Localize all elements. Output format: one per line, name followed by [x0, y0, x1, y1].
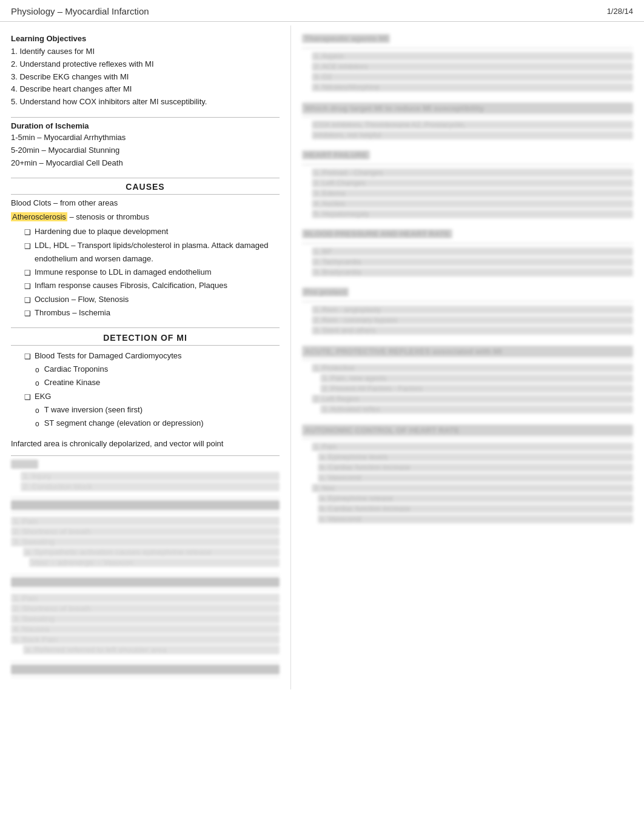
right-item-3-4: 4. Ascites: [312, 200, 633, 208]
blurred-heart-heading: HEART MI: [11, 577, 280, 587]
right-item-4-2: 2. Tachycardia: [312, 258, 633, 266]
blurred-heart-2: 2. Shortness of breath: [11, 604, 280, 613]
lo-item-4: 4. Describe heart changes after MI: [11, 83, 280, 96]
right-item-1-4: 4. Nitrates/Morphine: [312, 83, 633, 92]
blurred-away-heading: AWAY: [11, 460, 38, 469]
right-item-7-0: 1. Pain: [312, 443, 633, 451]
lo-item-3: 3. Describe EKG changes with MI: [11, 71, 280, 84]
right-section-7: AUTONOMIC CONTROL OF HEART RATE 1. Pain …: [302, 424, 633, 523]
blurred-mini-1: 1. Pain: [11, 517, 280, 526]
causes-bullet-list: Hardening due to plaque development LDL,…: [24, 225, 280, 320]
detection-sub-list-1: Cardiac Troponins Creatine Kinase: [35, 363, 280, 390]
right-divider-4: [302, 243, 633, 244]
detection-section: DETECTION OF MI Blood Tests for Damaged …: [11, 333, 280, 431]
right-heading-3: HEART FAILURE: [302, 150, 370, 159]
blurred-massive-heading: MASSIVE MI: [11, 665, 280, 674]
right-item-7-5: a. Epinephrine release: [318, 494, 633, 503]
right-item-6-sub2-label: 2. Left Region: [312, 395, 633, 403]
right-item-3-5: 5. Hepatomegaly: [312, 210, 633, 218]
right-item-4-1: 1. BP: [312, 247, 633, 256]
right-item-3-1: 1. Preload - Changes: [312, 169, 633, 177]
learning-objectives-section: Learning Objectives 1. Identify causes f…: [11, 34, 280, 109]
right-item-6-sub1-label: 1. Protective: [312, 364, 633, 372]
detection-bullet-1: Blood Tests for Damaged Cardiomyocytes: [24, 349, 280, 363]
right-divider-5: [302, 301, 633, 302]
blurred-heart-5: 5. Back Pain: [11, 635, 280, 644]
atherosclerosis-label: Atherosclerosis: [11, 212, 67, 221]
infarcted-text: Infarcted area is chronically depolarize…: [11, 438, 280, 451]
blurred-mini-4: a. Sympathetic activation causes epineph…: [23, 548, 280, 557]
right-heading-4: BLOOD PRESSURE AND HEART RATE: [302, 229, 452, 238]
right-divider-3: [302, 164, 633, 165]
page-date: 1/28/14: [607, 7, 633, 16]
divider-mini: [11, 497, 280, 498]
blurred-heart-4: 4. Nausea: [11, 625, 280, 634]
detection-sub-1b: Creatine Kinase: [35, 376, 280, 389]
right-item-1-2: 2. ACE inhibitors: [312, 62, 633, 71]
duration-item-2: 5-20min – Myocardial Stunning: [11, 144, 280, 157]
lo-item-5: 5. Understand how COX inhibitors alter M…: [11, 96, 280, 109]
blurred-bottom-left: AWAY 1. Injury 2. Conduction block MINI …: [11, 460, 280, 677]
right-section-5: Pro protect 1. Rem - angioplasty 2. Rem …: [302, 287, 633, 335]
right-item-5-3: 3. Stent and others: [312, 326, 633, 335]
right-item-2-1: COX inhibitors, Thromboxane A2, Prostacy…: [312, 121, 633, 129]
detection-bullet-2: EKG: [24, 390, 280, 403]
divider-massive-2: [11, 677, 280, 677]
header: Physiology – Myocardial Infarction 1/28/…: [0, 0, 644, 22]
lo-item-2: 2. Understand protective reflexes with M…: [11, 58, 280, 71]
right-item-5-2: 2. Rem - coronary bypass: [312, 316, 633, 324]
blurred-heart-6: a. Referred referred to left shoulder ar…: [23, 645, 280, 654]
right-column: Therapeutic agents MI 1. Aspirin 2. ACE …: [291, 25, 644, 689]
divider-3: [11, 327, 280, 328]
duration-section: Duration of Ischemia 1-5min – Myocardial…: [11, 121, 280, 169]
right-item-3-3: 3. Edema: [312, 189, 633, 198]
blurred-away-2: 2. Conduction block: [21, 482, 280, 491]
detection-sub-2a: T wave inversion (seen first): [35, 403, 280, 417]
causes-bullet-2: LDL, HDL – Transport lipids/cholesterol …: [24, 239, 280, 266]
divider-2: [11, 178, 280, 178]
left-column: Learning Objectives 1. Identify causes f…: [0, 25, 291, 689]
divider-4: [11, 455, 280, 456]
right-item-6-sub2-1: 1. Activated reflex: [320, 405, 633, 414]
right-section-6: ACUTE, PROTECTIVE REFLEXES associated wi…: [302, 346, 633, 414]
right-heading-7: AUTONOMIC CONTROL OF HEART RATE: [302, 424, 633, 436]
right-item-3-2: 2. Left Changes: [312, 179, 633, 187]
right-heading-1: Therapeutic agents MI: [302, 34, 390, 43]
causes-divider: [11, 194, 280, 195]
divider-1: [11, 117, 280, 118]
right-section-1: Therapeutic agents MI 1. Aspirin 2. ACE …: [302, 34, 633, 92]
blood-clots-line: Blood Clots – from other areas: [11, 198, 280, 207]
blurred-heart-3: 3. Sweating: [11, 614, 280, 623]
right-item-6-sub1-2: 2. Prevent All Factors - Factors: [320, 384, 633, 393]
infarcted-section: Infarcted area is chronically depolarize…: [11, 438, 280, 451]
detection-sub-2b: ST segment change (elevation or depressi…: [35, 417, 280, 430]
right-item-1-1: 1. Aspirin: [312, 52, 633, 61]
right-item-7-4: 2. Noc: [312, 484, 633, 492]
blurred-mini-heading: MINI MI: [11, 500, 280, 510]
causes-bullet-3: Immune response to LDL in damaged endoth…: [24, 266, 280, 279]
blurred-mini-2: 2. Shortness of breath: [11, 527, 280, 536]
detection-bullet-ekg: EKG: [24, 390, 280, 403]
atherosclerosis-line: Atherosclerosis – stenosis or thrombus: [11, 212, 280, 221]
causes-section: CAUSES Blood Clots – from other areas At…: [11, 182, 280, 320]
blurred-heart-1: 1. Pain: [11, 594, 280, 603]
right-item-7-3: c. Vasoconst: [318, 474, 633, 482]
causes-heading: CAUSES: [11, 182, 280, 192]
causes-bullet-1: Hardening due to plaque development: [24, 225, 280, 238]
right-heading-5: Pro protect: [302, 287, 349, 297]
detection-heading: DETECTION OF MI: [11, 333, 280, 343]
duration-item-1: 1-5min – Myocardial Arrhythmias: [11, 132, 280, 144]
divider-heart-2: [11, 589, 280, 590]
causes-bullet-6: Thrombus – Ischemia: [24, 306, 280, 320]
right-divider-2: [302, 116, 633, 117]
right-item-7-7: c. Vasoconst: [318, 515, 633, 523]
duration-title: Duration of Ischemia: [11, 121, 280, 130]
detection-sub-list-2: T wave inversion (seen first) ST segment…: [35, 403, 280, 431]
right-section-3: HEART FAILURE 1. Preload - Changes 2. Le…: [302, 150, 633, 218]
blurred-mini-3: 3. Sweating: [11, 537, 280, 546]
learning-objectives-title: Learning Objectives: [11, 34, 280, 43]
right-heading-6: ACUTE, PROTECTIVE REFLEXES associated wi…: [302, 346, 633, 357]
right-item-7-6: b. Cardiac function increase: [318, 505, 633, 513]
causes-bullet-4: Inflam response causes Fibrosis, Calcifi…: [24, 279, 280, 292]
right-item-5-1: 1. Rem - angioplasty: [312, 306, 633, 314]
